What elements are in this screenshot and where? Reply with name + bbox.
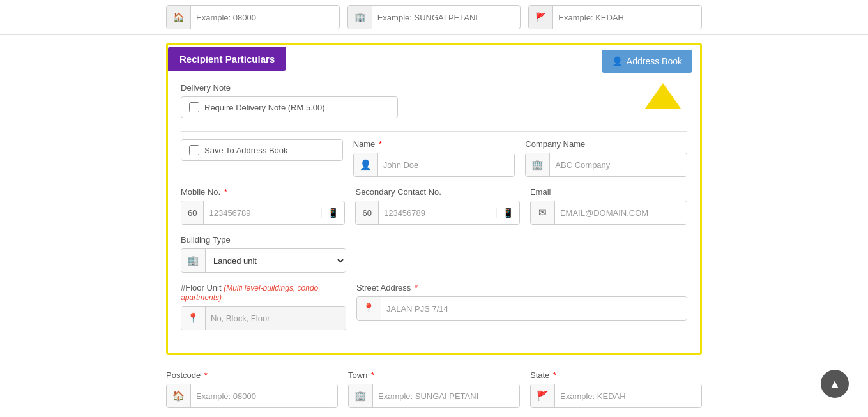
flag-icon: 🚩 <box>529 6 553 29</box>
floor-unit-input <box>206 307 346 330</box>
top-state-input[interactable] <box>553 13 701 22</box>
floor-unit-field: 📍 <box>181 306 346 330</box>
mobile-field: 60 📱 <box>181 201 345 225</box>
section-divider <box>181 131 687 132</box>
postcode-icon: 🏠 <box>167 384 191 407</box>
save-address-checkbox[interactable] <box>189 145 199 155</box>
street-input[interactable] <box>381 297 687 320</box>
recipient-header: Recipient Particulars 👤 Address Book <box>168 45 700 73</box>
building-icon: 🏢 <box>348 6 372 29</box>
mobile-icon: 📱 <box>321 208 344 218</box>
save-address-box: Save To Address Book <box>181 139 343 161</box>
arrow-indicator <box>645 83 681 109</box>
building-row: Building Type 🏢 Landed unit High-rise Co… <box>181 235 687 273</box>
floor-unit-col: #Floor Unit (Multi level-buildings, cond… <box>181 283 346 330</box>
floor-unit-label: #Floor Unit (Multi level-buildings, cond… <box>181 283 346 302</box>
street-label: Street Address * <box>356 283 687 292</box>
mobile-input[interactable] <box>204 208 321 218</box>
mobile-col: Mobile No. * 60 📱 <box>181 187 345 225</box>
company-label: Company Name <box>525 139 687 149</box>
secondary-col: Secondary Contact No. 60 📱 <box>355 187 519 225</box>
name-label: Name * <box>353 139 515 149</box>
secondary-field: 60 📱 <box>355 201 519 225</box>
state-col: State * 🚩 <box>530 370 702 408</box>
secondary-prefix: 60 <box>356 201 378 224</box>
delivery-note-checkbox-row: Require Delivery Note (RM 5.00) <box>181 96 398 118</box>
email-field: ✉ <box>530 201 687 225</box>
contact-row: Mobile No. * 60 📱 Secondary Contact No. … <box>181 187 687 225</box>
name-col: Name * 👤 <box>353 139 515 177</box>
state-label: State * <box>530 370 702 380</box>
top-postcode-field: 🏠 <box>166 5 340 29</box>
delivery-note-checkbox[interactable] <box>189 102 199 112</box>
top-town-input[interactable] <box>372 13 521 22</box>
top-postcode-input[interactable] <box>191 13 339 22</box>
chevron-up-icon: ▲ <box>829 377 841 391</box>
email-label: Email <box>530 187 687 197</box>
secondary-icon: 📱 <box>496 208 519 218</box>
email-input[interactable] <box>555 201 687 224</box>
delivery-note-checkbox-label[interactable]: Require Delivery Note (RM 5.00) <box>204 103 325 112</box>
building-type-select[interactable]: Landed unit High-rise Commercial Industr… <box>206 249 346 272</box>
town-icon: 🏢 <box>349 384 373 407</box>
save-address-col: Save To Address Book <box>181 139 343 161</box>
building-label: Building Type <box>181 235 346 245</box>
floor-unit-icon: 📍 <box>181 307 206 330</box>
delivery-note-section: Delivery Note Require Delivery Note (RM … <box>181 83 687 118</box>
back-to-top-button[interactable]: ▲ <box>821 370 849 398</box>
email-col: Email ✉ <box>530 187 687 225</box>
email-icon: ✉ <box>531 201 555 224</box>
recipient-section: Recipient Particulars 👤 Address Book Del… <box>166 43 702 355</box>
town-label: Town * <box>348 370 520 380</box>
recipient-title: Recipient Particulars <box>168 47 286 71</box>
save-address-label[interactable]: Save To Address Book <box>204 146 288 155</box>
name-row: Save To Address Book Name * 👤 <box>181 139 687 177</box>
state-field: 🚩 <box>530 384 702 408</box>
name-field: 👤 <box>353 153 515 177</box>
company-col: Company Name 🏢 <box>525 139 687 177</box>
building-col: Building Type 🏢 Landed unit High-rise Co… <box>181 235 346 273</box>
mobile-label: Mobile No. * <box>181 187 345 197</box>
street-col: Street Address * 📍 <box>356 283 687 321</box>
town-input[interactable] <box>373 384 519 407</box>
bottom-fields-row: Postcode * 🏠 Town * 🏢 State * <box>0 363 868 416</box>
postcode-label: Postcode * <box>166 370 338 380</box>
postcode-field: 🏠 <box>166 384 338 408</box>
postcode-col: Postcode * 🏠 <box>166 370 338 408</box>
postcode-input[interactable] <box>191 384 337 407</box>
address-book-button[interactable]: 👤 Address Book <box>602 50 692 73</box>
person-icon: 👤 <box>354 153 378 176</box>
mobile-prefix: 60 <box>181 201 204 224</box>
delivery-note-label: Delivery Note <box>181 83 687 93</box>
building-type-icon: 🏢 <box>181 249 206 272</box>
secondary-label: Secondary Contact No. <box>355 187 519 197</box>
state-icon: 🚩 <box>531 384 555 407</box>
state-input[interactable] <box>555 384 701 407</box>
address-row: #Floor Unit (Multi level-buildings, cond… <box>181 283 687 330</box>
town-col: Town * 🏢 <box>348 370 520 408</box>
company-field: 🏢 <box>525 153 687 177</box>
address-book-icon: 👤 <box>612 56 623 66</box>
company-icon: 🏢 <box>526 153 550 176</box>
home-icon: 🏠 <box>167 6 191 29</box>
street-field: 📍 <box>356 296 687 321</box>
secondary-input[interactable] <box>379 208 496 218</box>
name-input[interactable] <box>378 153 515 176</box>
company-input[interactable] <box>550 153 687 176</box>
top-state-field: 🚩 <box>528 5 702 29</box>
top-town-field: 🏢 <box>347 5 521 29</box>
town-field: 🏢 <box>348 384 520 408</box>
building-type-field: 🏢 Landed unit High-rise Commercial Indus… <box>181 248 346 273</box>
street-icon: 📍 <box>357 297 381 320</box>
